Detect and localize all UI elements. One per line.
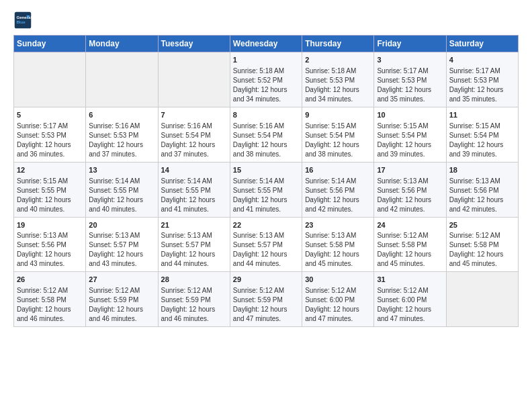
day-number: 30: [305, 275, 371, 285]
day-content: Sunrise: 5:12 AM Sunset: 5:58 PM Dayligh…: [17, 286, 83, 324]
calendar-cell: [158, 52, 230, 107]
day-number: 21: [161, 220, 227, 230]
day-content: Sunrise: 5:13 AM Sunset: 5:56 PM Dayligh…: [17, 231, 83, 269]
header-day-wednesday: Wednesday: [230, 36, 302, 52]
calendar-cell: 29Sunrise: 5:12 AM Sunset: 5:59 PM Dayli…: [230, 272, 302, 327]
calendar-cell: 2Sunrise: 5:18 AM Sunset: 5:53 PM Daylig…: [302, 52, 374, 107]
calendar-cell: 28Sunrise: 5:12 AM Sunset: 5:59 PM Dayli…: [158, 272, 230, 327]
day-number: 23: [305, 220, 371, 230]
calendar-cell: 1Sunrise: 5:18 AM Sunset: 5:52 PM Daylig…: [230, 52, 302, 107]
calendar-cell: 18Sunrise: 5:13 AM Sunset: 5:56 PM Dayli…: [446, 162, 518, 217]
day-number: 3: [377, 55, 443, 65]
day-content: Sunrise: 5:13 AM Sunset: 5:56 PM Dayligh…: [449, 177, 515, 214]
day-number: 7: [161, 110, 227, 120]
day-content: Sunrise: 5:16 AM Sunset: 5:53 PM Dayligh…: [89, 122, 154, 159]
calendar-table: SundayMondayTuesdayWednesdayThursdayFrid…: [13, 35, 519, 327]
calendar-cell: 7Sunrise: 5:16 AM Sunset: 5:54 PM Daylig…: [158, 107, 230, 162]
day-content: Sunrise: 5:16 AM Sunset: 5:54 PM Dayligh…: [161, 122, 227, 159]
calendar-week-row: 26Sunrise: 5:12 AM Sunset: 5:58 PM Dayli…: [14, 272, 519, 327]
calendar-cell: [14, 52, 86, 107]
calendar-week-row: 12Sunrise: 5:15 AM Sunset: 5:55 PM Dayli…: [14, 162, 519, 217]
calendar-cell: 5Sunrise: 5:17 AM Sunset: 5:53 PM Daylig…: [14, 107, 86, 162]
day-content: Sunrise: 5:12 AM Sunset: 5:58 PM Dayligh…: [377, 231, 443, 269]
day-number: 29: [233, 275, 299, 285]
header: General Blue: [13, 11, 519, 30]
day-content: Sunrise: 5:13 AM Sunset: 5:57 PM Dayligh…: [233, 231, 299, 269]
header-day-thursday: Thursday: [302, 36, 374, 52]
day-number: 13: [89, 165, 154, 175]
header-day-saturday: Saturday: [446, 36, 518, 52]
calendar-week-row: 5Sunrise: 5:17 AM Sunset: 5:53 PM Daylig…: [14, 107, 519, 162]
calendar-cell: 13Sunrise: 5:14 AM Sunset: 5:55 PM Dayli…: [86, 162, 158, 217]
day-content: Sunrise: 5:12 AM Sunset: 6:00 PM Dayligh…: [305, 286, 371, 324]
header-day-friday: Friday: [374, 36, 446, 52]
calendar-cell: 4Sunrise: 5:17 AM Sunset: 5:53 PM Daylig…: [446, 52, 518, 107]
day-number: 31: [377, 275, 443, 285]
day-content: Sunrise: 5:17 AM Sunset: 5:53 PM Dayligh…: [449, 66, 515, 104]
day-number: 6: [89, 110, 154, 120]
day-content: Sunrise: 5:13 AM Sunset: 5:58 PM Dayligh…: [305, 231, 371, 269]
header-day-sunday: Sunday: [14, 36, 86, 52]
day-content: Sunrise: 5:18 AM Sunset: 5:52 PM Dayligh…: [233, 66, 299, 104]
day-number: 1: [233, 55, 299, 65]
calendar-cell: 3Sunrise: 5:17 AM Sunset: 5:53 PM Daylig…: [374, 52, 446, 107]
calendar-cell: 8Sunrise: 5:16 AM Sunset: 5:54 PM Daylig…: [230, 107, 302, 162]
calendar-cell: [86, 52, 158, 107]
day-number: 5: [17, 110, 83, 120]
svg-text:Blue: Blue: [16, 19, 26, 24]
calendar-cell: 10Sunrise: 5:15 AM Sunset: 5:54 PM Dayli…: [374, 107, 446, 162]
calendar-cell: 22Sunrise: 5:13 AM Sunset: 5:57 PM Dayli…: [230, 217, 302, 272]
calendar-cell: 9Sunrise: 5:15 AM Sunset: 5:54 PM Daylig…: [302, 107, 374, 162]
day-number: 26: [17, 275, 83, 285]
calendar-cell: 23Sunrise: 5:13 AM Sunset: 5:58 PM Dayli…: [302, 217, 374, 272]
calendar-cell: 21Sunrise: 5:13 AM Sunset: 5:57 PM Dayli…: [158, 217, 230, 272]
day-number: 17: [377, 165, 443, 175]
page: General Blue SundayMondayTuesdayWednesda…: [0, 0, 532, 338]
day-content: Sunrise: 5:12 AM Sunset: 5:59 PM Dayligh…: [161, 286, 227, 324]
header-day-monday: Monday: [86, 36, 158, 52]
day-content: Sunrise: 5:17 AM Sunset: 5:53 PM Dayligh…: [377, 66, 443, 104]
day-content: Sunrise: 5:14 AM Sunset: 5:55 PM Dayligh…: [233, 177, 299, 214]
calendar-cell: 30Sunrise: 5:12 AM Sunset: 6:00 PM Dayli…: [302, 272, 374, 327]
calendar-cell: 15Sunrise: 5:14 AM Sunset: 5:55 PM Dayli…: [230, 162, 302, 217]
day-number: 18: [449, 165, 515, 175]
calendar-cell: 17Sunrise: 5:13 AM Sunset: 5:56 PM Dayli…: [374, 162, 446, 217]
day-number: 8: [233, 110, 299, 120]
day-number: 16: [305, 165, 371, 175]
day-number: 22: [233, 220, 299, 230]
day-content: Sunrise: 5:13 AM Sunset: 5:57 PM Dayligh…: [89, 231, 154, 269]
day-number: 2: [305, 55, 371, 65]
calendar-week-row: 19Sunrise: 5:13 AM Sunset: 5:56 PM Dayli…: [14, 217, 519, 272]
day-number: 27: [89, 275, 154, 285]
day-number: 10: [377, 110, 443, 120]
day-number: 9: [305, 110, 371, 120]
calendar-cell: 26Sunrise: 5:12 AM Sunset: 5:58 PM Dayli…: [14, 272, 86, 327]
day-number: 14: [161, 165, 227, 175]
calendar-cell: 31Sunrise: 5:12 AM Sunset: 6:00 PM Dayli…: [374, 272, 446, 327]
calendar-cell: 6Sunrise: 5:16 AM Sunset: 5:53 PM Daylig…: [86, 107, 158, 162]
calendar-cell: [446, 272, 518, 327]
day-content: Sunrise: 5:14 AM Sunset: 5:55 PM Dayligh…: [89, 177, 154, 214]
calendar-cell: 12Sunrise: 5:15 AM Sunset: 5:55 PM Dayli…: [14, 162, 86, 217]
calendar-cell: 20Sunrise: 5:13 AM Sunset: 5:57 PM Dayli…: [86, 217, 158, 272]
day-content: Sunrise: 5:15 AM Sunset: 5:54 PM Dayligh…: [377, 122, 443, 159]
calendar-cell: 14Sunrise: 5:14 AM Sunset: 5:55 PM Dayli…: [158, 162, 230, 217]
calendar-cell: 27Sunrise: 5:12 AM Sunset: 5:59 PM Dayli…: [86, 272, 158, 327]
day-number: 25: [449, 220, 515, 230]
day-content: Sunrise: 5:18 AM Sunset: 5:53 PM Dayligh…: [305, 66, 371, 104]
calendar-cell: 16Sunrise: 5:14 AM Sunset: 5:56 PM Dayli…: [302, 162, 374, 217]
day-number: 19: [17, 220, 83, 230]
logo: General Blue: [13, 11, 35, 30]
day-content: Sunrise: 5:12 AM Sunset: 6:00 PM Dayligh…: [377, 286, 443, 324]
calendar-cell: 25Sunrise: 5:12 AM Sunset: 5:58 PM Dayli…: [446, 217, 518, 272]
day-number: 28: [161, 275, 227, 285]
day-content: Sunrise: 5:13 AM Sunset: 5:56 PM Dayligh…: [377, 177, 443, 214]
day-number: 4: [449, 55, 515, 65]
day-content: Sunrise: 5:14 AM Sunset: 5:55 PM Dayligh…: [161, 177, 227, 214]
day-number: 15: [233, 165, 299, 175]
day-content: Sunrise: 5:15 AM Sunset: 5:54 PM Dayligh…: [449, 122, 515, 159]
calendar-cell: 24Sunrise: 5:12 AM Sunset: 5:58 PM Dayli…: [374, 217, 446, 272]
day-content: Sunrise: 5:15 AM Sunset: 5:55 PM Dayligh…: [17, 177, 83, 214]
day-content: Sunrise: 5:15 AM Sunset: 5:54 PM Dayligh…: [305, 122, 371, 159]
day-content: Sunrise: 5:12 AM Sunset: 5:59 PM Dayligh…: [233, 286, 299, 324]
